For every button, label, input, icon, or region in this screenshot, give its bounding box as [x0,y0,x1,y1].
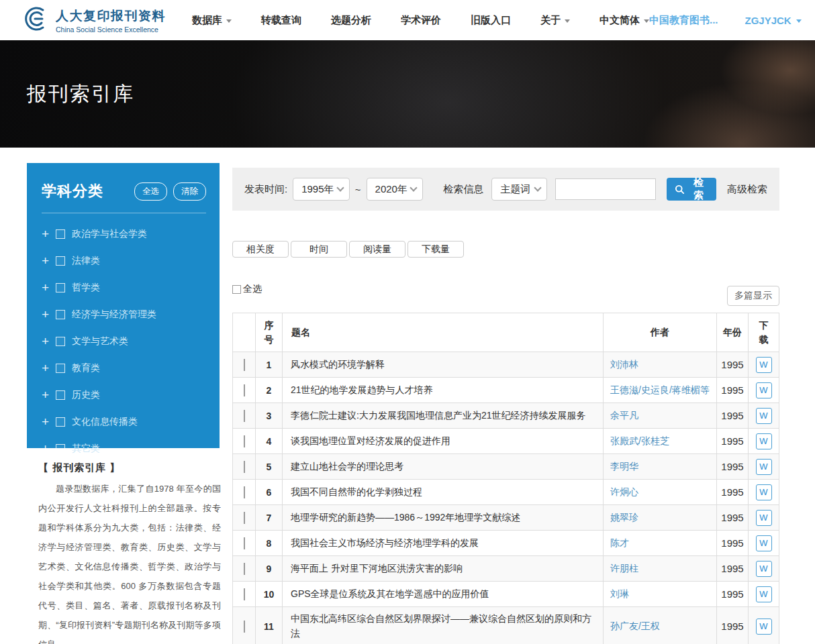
menu-item-中文简体[interactable]: 中文简体 [600,14,649,27]
author-link[interactable]: 张殿武/张桂芝 [610,435,669,446]
expand-plus-icon[interactable]: + [42,230,49,238]
author-link[interactable]: 孙广友/王权 [610,621,660,631]
word-download-button[interactable]: W [756,484,772,500]
sidebar-item-教育类[interactable]: +教育类 [42,362,206,374]
menu-item-选题分析[interactable]: 选题分析 [331,14,371,27]
author-link[interactable]: 姚翠珍 [610,512,638,523]
category-checkbox[interactable] [56,283,65,292]
row-checkbox[interactable] [244,563,245,575]
expand-plus-icon[interactable]: + [42,311,49,319]
year-from-select[interactable]: 1995年 [293,178,350,201]
menu-item-学术评价[interactable]: 学术评价 [401,14,441,27]
nav-link-中国教育图书...[interactable]: 中国教育图书... [649,14,718,27]
nav-right-links: 中国教育图书...ZGJYJCK [649,14,802,27]
category-checkbox[interactable] [56,229,65,239]
row-download-cell: W [749,582,779,607]
row-title[interactable]: 我国社会主义市场经济与经济地理学科的发展 [283,531,604,556]
sidebar-item-政治学与社会学类[interactable]: +政治学与社会学类 [42,228,206,240]
expand-plus-icon[interactable]: + [42,337,49,345]
row-title[interactable]: 地理学研究的新趋势——1986～1992年地理学文献综述 [283,505,604,531]
category-checkbox[interactable] [56,417,65,427]
row-checkbox[interactable] [244,359,245,371]
nav-link-ZGJYJCK[interactable]: ZGJYJCK [745,15,802,26]
year-to-select[interactable]: 2020年 [367,178,424,201]
category-checkbox[interactable] [56,364,65,373]
expand-plus-icon[interactable]: + [42,364,49,372]
row-download-cell: W [749,556,779,582]
expand-plus-icon[interactable]: + [42,257,49,265]
category-checkbox[interactable] [56,390,65,400]
expand-plus-icon[interactable]: + [42,418,49,426]
sort-button-相关度[interactable]: 相关度 [232,241,289,258]
author-link[interactable]: 许朋柱 [610,563,638,574]
menu-item-转载查询[interactable]: 转载查询 [261,14,301,27]
author-link[interactable]: 刘琳 [610,588,629,599]
word-download-button[interactable]: W [756,619,772,635]
sidebar-item-文学与艺术类[interactable]: +文学与艺术类 [42,335,206,347]
word-download-button[interactable]: W [756,408,772,424]
menu-item-数据库[interactable]: 数据库 [192,14,232,27]
category-checkbox[interactable] [56,444,65,453]
word-download-button[interactable]: W [756,535,772,551]
sidebar-item-哲学类[interactable]: +哲学类 [42,282,206,294]
row-title[interactable]: 建立山地社会学的理论思考 [283,454,604,480]
word-download-button[interactable]: W [756,433,772,449]
expand-plus-icon[interactable]: + [42,284,49,292]
word-download-button[interactable]: W [756,561,772,577]
search-input[interactable] [555,178,656,200]
row-checkbox[interactable] [244,410,245,422]
word-download-button[interactable]: W [756,357,772,373]
word-download-button[interactable]: W [756,586,772,602]
select-all-results[interactable]: 全选 [232,283,262,295]
row-title[interactable]: 21世纪的地学发展趋势与人才培养 [283,378,604,403]
expand-plus-icon[interactable]: + [42,445,49,453]
author-link[interactable]: 刘沛林 [610,359,638,370]
menu-item-旧版入口[interactable]: 旧版入口 [471,14,511,27]
category-checkbox[interactable] [56,256,65,266]
row-checkbox[interactable] [244,435,245,447]
clear-categories-button[interactable]: 清除 [173,182,206,201]
search-field-select[interactable]: 主题词 [491,178,547,201]
author-link[interactable]: 王德滋/史运良/蒋维楣等 [610,384,710,395]
author-link[interactable]: 许炯心 [610,486,638,497]
word-download-button[interactable]: W [756,459,772,475]
row-checkbox[interactable] [244,621,245,633]
row-title[interactable]: 风水模式的环境学解释 [283,352,604,378]
row-title[interactable]: 谈我国地理位置对经济发展的促进作用 [283,429,604,454]
row-title[interactable]: 我国不同自然带的化学剥独过程 [283,480,604,505]
row-checkbox-cell [233,607,256,644]
row-checkbox[interactable] [244,486,245,498]
expand-plus-icon[interactable]: + [42,391,49,399]
advanced-search-link[interactable]: 高级检索 [727,183,767,196]
sidebar-title: 学科分类 [42,181,103,201]
row-checkbox[interactable] [244,384,245,396]
author-link[interactable]: 李明华 [610,461,638,472]
row-checkbox[interactable] [244,537,245,549]
logo[interactable]: 人大复印报刊资料 China Social Science Excellence [20,5,176,35]
word-download-button[interactable]: W [756,382,772,398]
search-button[interactable]: 检索 [667,178,716,201]
menu-item-关于[interactable]: 关于 [540,14,570,27]
word-download-button[interactable]: W [756,510,772,526]
select-all-categories-button[interactable]: 全选 [134,182,167,201]
author-link[interactable]: 余平凡 [610,410,638,421]
multi-display-button[interactable]: 多篇显示 [727,286,779,306]
row-checkbox[interactable] [244,461,245,473]
category-checkbox[interactable] [56,310,65,319]
category-checkbox[interactable] [56,337,65,346]
author-link[interactable]: 陈才 [610,537,629,548]
row-checkbox[interactable] [244,588,245,600]
row-title[interactable]: 李德仁院士建议:大力发展我国地理信息产业为21世纪经济持续发展服务 [283,403,604,429]
sort-button-阅读量[interactable]: 阅读量 [349,241,405,258]
row-title[interactable]: GPS全球是位系统及其在地学遥感中的应用价值 [283,582,604,607]
sidebar-item-经济学与经济管理类[interactable]: +经济学与经济管理类 [42,309,206,321]
row-checkbox[interactable] [244,512,245,524]
sidebar-item-历史类[interactable]: +历史类 [42,389,206,401]
sort-button-时间[interactable]: 时间 [291,241,347,258]
sidebar-item-其它类[interactable]: +其它类 [42,443,206,455]
row-title[interactable]: 中国东北高纬区综合自然区划界限探讨——兼议综合自然区划的原则和方法 [283,607,604,644]
sidebar-item-法律类[interactable]: +法律类 [42,255,206,267]
sort-button-下载量[interactable]: 下载量 [408,241,464,258]
row-title[interactable]: 海平面上 升对里下河地区洪涝灾害的影响 [283,556,604,582]
sidebar-item-文化信息传播类[interactable]: +文化信息传播类 [42,416,206,428]
